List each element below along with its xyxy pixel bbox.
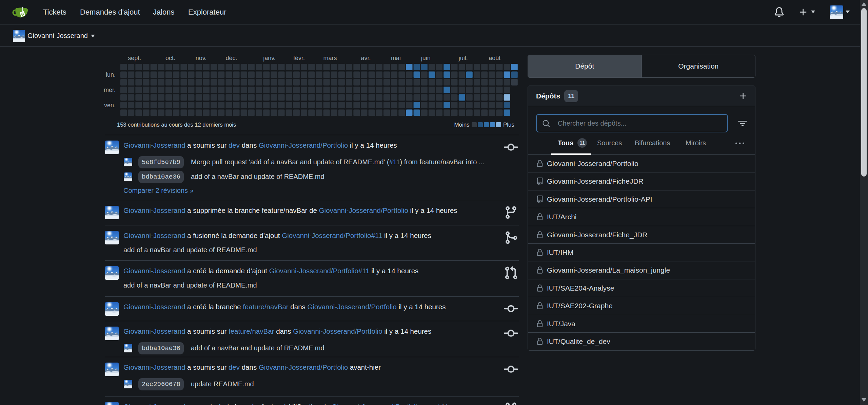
svg-text:juil.: juil. [458,55,468,61]
svg-text:mars: mars [323,55,337,61]
svg-text:mai: mai [391,55,401,61]
svg-text:avr.: avr. [361,55,371,61]
svg-text:sept.: sept. [128,55,141,61]
svg-text:août: août [489,55,500,61]
svg-text:nov.: nov. [196,55,207,61]
svg-text:mer.: mer. [104,87,116,93]
svg-text:lun.: lun. [106,71,116,78]
svg-text:juin: juin [421,55,431,61]
svg-text:déc.: déc. [225,55,237,61]
svg-text:janv.: janv. [263,55,276,61]
svg-text:oct.: oct. [165,55,175,61]
svg-text:févr.: févr. [293,55,305,61]
svg-text:ven.: ven. [104,102,116,109]
